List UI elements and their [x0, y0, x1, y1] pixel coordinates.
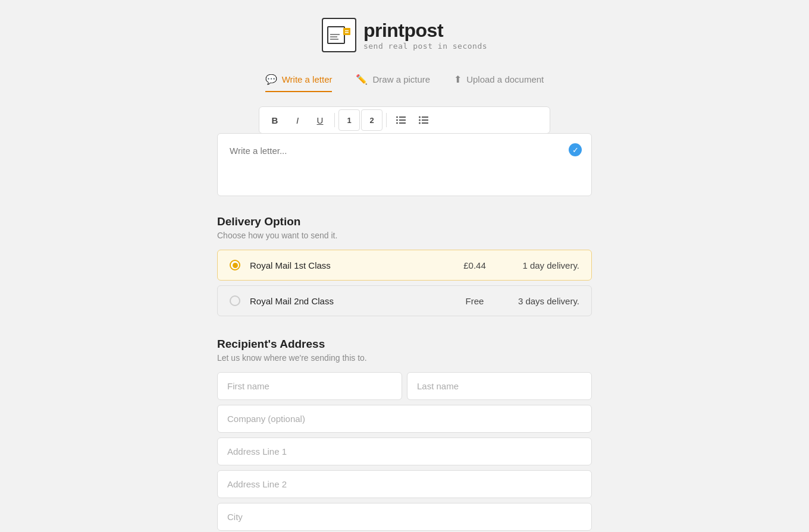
recipient-section: Recipient's Address Let us know where we… [217, 338, 592, 532]
letter-check-icon: ✓ [569, 143, 582, 156]
svg-rect-10 [396, 117, 398, 118]
toolbar-divider-2 [386, 113, 387, 127]
delivery-first-price: £0.44 [451, 260, 498, 270]
delivery-second-name: Royal Mail 2nd Class [250, 296, 441, 306]
delivery-option-second[interactable]: Royal Mail 2nd Class Free 3 days deliver… [217, 285, 592, 316]
svg-rect-4 [343, 28, 350, 35]
radio-second[interactable] [230, 295, 240, 306]
draw-icon: ✏️ [356, 74, 368, 85]
svg-rect-1 [330, 34, 340, 35]
delivery-title: Delivery Option [217, 215, 592, 228]
delivery-option-first[interactable]: Royal Mail 1st Class £0.44 1 day deliver… [217, 250, 592, 281]
ordered-list-button[interactable] [390, 109, 412, 131]
tab-upload-label: Upload a document [466, 74, 544, 84]
address1-input[interactable] [217, 437, 592, 465]
logo-area: printpost send real post in seconds [322, 18, 487, 52]
name-row [217, 372, 592, 400]
h1-button[interactable]: 1 [338, 109, 360, 131]
address-form: United Kingdom United States Canada Aust… [217, 372, 592, 532]
svg-point-18 [419, 122, 421, 124]
bold-button[interactable]: B [264, 109, 286, 131]
editor-container: B I U 1 2 [217, 106, 592, 196]
tab-draw-label: Draw a picture [372, 74, 430, 84]
company-input[interactable] [217, 405, 592, 433]
delivery-section: Delivery Option Choose how you want to s… [217, 215, 592, 321]
address2-input[interactable] [217, 470, 592, 498]
radio-first[interactable] [230, 260, 240, 270]
underline-button[interactable]: U [309, 109, 331, 131]
italic-button[interactable]: I [287, 109, 308, 131]
delivery-subtitle: Choose how you want to send it. [217, 231, 592, 240]
logo-text-area: printpost send real post in seconds [363, 20, 487, 51]
letter-input[interactable] [230, 146, 579, 181]
svg-point-17 [419, 119, 421, 121]
svg-rect-12 [396, 122, 398, 124]
last-name-input[interactable] [407, 372, 592, 400]
unordered-list-button[interactable] [413, 109, 434, 131]
svg-rect-11 [396, 119, 398, 121]
svg-rect-15 [422, 122, 428, 124]
city-input[interactable] [217, 503, 592, 531]
svg-rect-9 [399, 122, 406, 124]
upload-icon: ⬆ [454, 74, 462, 85]
write-icon: 💬 [265, 74, 277, 85]
delivery-first-name: Royal Mail 1st Class [250, 260, 441, 270]
h2-button[interactable]: 2 [361, 109, 382, 131]
tab-draw[interactable]: ✏️ Draw a picture [356, 74, 430, 92]
letter-area: ✓ [217, 133, 592, 196]
toolbar-divider-1 [334, 113, 335, 127]
app-subtitle: send real post in seconds [363, 42, 487, 51]
svg-rect-6 [345, 32, 349, 33]
recipient-subtitle: Let us know where we're sending this to. [217, 353, 592, 363]
format-toolbar: B I U 1 2 [259, 106, 550, 134]
logo-icon [322, 18, 356, 52]
tabs-bar: 💬 Write a letter ✏️ Draw a picture ⬆ Upl… [265, 74, 544, 92]
tab-upload[interactable]: ⬆ Upload a document [454, 74, 544, 92]
svg-rect-13 [422, 117, 428, 118]
svg-point-16 [419, 117, 421, 118]
delivery-first-speed: 1 day delivery. [508, 260, 579, 270]
svg-rect-7 [399, 117, 406, 118]
delivery-second-price: Free [451, 296, 498, 306]
svg-rect-14 [422, 119, 428, 121]
first-name-input[interactable] [217, 372, 402, 400]
svg-rect-5 [345, 30, 349, 32]
svg-rect-2 [330, 36, 337, 37]
svg-rect-3 [330, 39, 338, 40]
delivery-second-speed: 3 days delivery. [508, 296, 579, 306]
recipient-title: Recipient's Address [217, 338, 592, 351]
tab-write-label: Write a letter [282, 74, 333, 84]
app-title: printpost [363, 20, 487, 42]
page-container: printpost send real post in seconds 💬 Wr… [0, 0, 809, 532]
svg-rect-8 [399, 119, 406, 121]
tab-write[interactable]: 💬 Write a letter [265, 74, 333, 92]
